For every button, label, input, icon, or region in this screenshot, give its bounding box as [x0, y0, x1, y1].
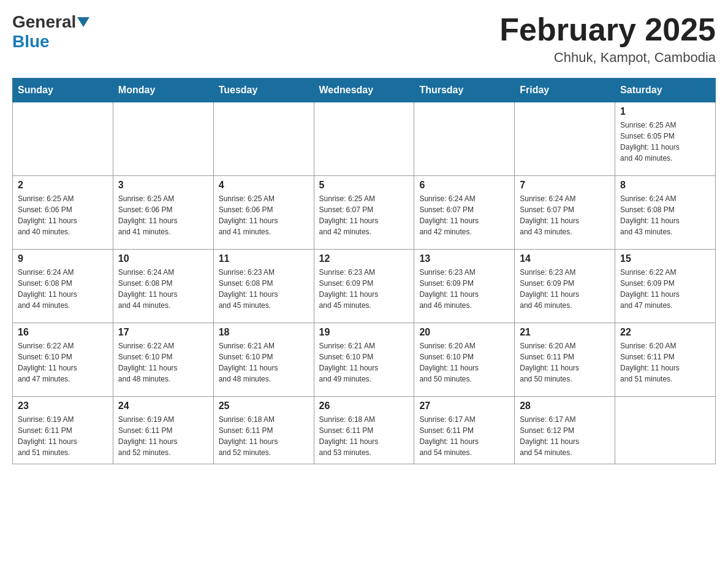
- day-info-12: Sunrise: 6:23 AM Sunset: 6:09 PM Dayligh…: [319, 267, 409, 311]
- table-row: 5Sunrise: 6:25 AM Sunset: 6:07 PM Daylig…: [314, 176, 414, 250]
- calendar-week-1: 1Sunrise: 6:25 AM Sunset: 6:05 PM Daylig…: [13, 102, 716, 176]
- logo-general: General: [12, 12, 76, 32]
- table-row: 25Sunrise: 6:18 AM Sunset: 6:11 PM Dayli…: [213, 397, 314, 464]
- day-info-8: Sunrise: 6:24 AM Sunset: 6:08 PM Dayligh…: [620, 193, 710, 237]
- day-info-23: Sunrise: 6:19 AM Sunset: 6:11 PM Dayligh…: [18, 414, 108, 458]
- day-number-12: 12: [319, 253, 409, 264]
- table-row: 22Sunrise: 6:20 AM Sunset: 6:11 PM Dayli…: [615, 323, 716, 397]
- table-row: 18Sunrise: 6:21 AM Sunset: 6:10 PM Dayli…: [213, 323, 314, 397]
- day-info-24: Sunrise: 6:19 AM Sunset: 6:11 PM Dayligh…: [118, 414, 208, 458]
- table-row: 21Sunrise: 6:20 AM Sunset: 6:11 PM Dayli…: [515, 323, 615, 397]
- day-info-9: Sunrise: 6:24 AM Sunset: 6:08 PM Dayligh…: [18, 267, 108, 311]
- day-info-10: Sunrise: 6:24 AM Sunset: 6:08 PM Dayligh…: [118, 267, 208, 311]
- day-number-13: 13: [419, 253, 509, 264]
- day-info-3: Sunrise: 6:25 AM Sunset: 6:06 PM Dayligh…: [118, 193, 208, 237]
- weekday-header-row: SundayMondayTuesdayWednesdayThursdayFrid…: [13, 79, 716, 102]
- table-row: [615, 397, 716, 464]
- day-info-19: Sunrise: 6:21 AM Sunset: 6:10 PM Dayligh…: [319, 340, 409, 385]
- table-row: 19Sunrise: 6:21 AM Sunset: 6:10 PM Dayli…: [314, 323, 414, 397]
- weekday-header-thursday: Thursday: [414, 79, 515, 102]
- day-info-22: Sunrise: 6:20 AM Sunset: 6:11 PM Dayligh…: [620, 340, 710, 385]
- table-row: [113, 102, 213, 176]
- day-info-5: Sunrise: 6:25 AM Sunset: 6:07 PM Dayligh…: [319, 193, 409, 237]
- table-row: 16Sunrise: 6:22 AM Sunset: 6:10 PM Dayli…: [13, 323, 113, 397]
- day-number-4: 4: [219, 180, 309, 191]
- table-row: 1Sunrise: 6:25 AM Sunset: 6:05 PM Daylig…: [615, 102, 716, 176]
- table-row: 6Sunrise: 6:24 AM Sunset: 6:07 PM Daylig…: [414, 176, 515, 250]
- calendar-week-3: 9Sunrise: 6:24 AM Sunset: 6:08 PM Daylig…: [13, 250, 716, 323]
- table-row: 23Sunrise: 6:19 AM Sunset: 6:11 PM Dayli…: [13, 397, 113, 464]
- table-row: 27Sunrise: 6:17 AM Sunset: 6:11 PM Dayli…: [414, 397, 515, 464]
- day-info-6: Sunrise: 6:24 AM Sunset: 6:07 PM Dayligh…: [419, 193, 509, 237]
- weekday-header-sunday: Sunday: [13, 79, 113, 102]
- day-info-13: Sunrise: 6:23 AM Sunset: 6:09 PM Dayligh…: [419, 267, 509, 311]
- day-info-20: Sunrise: 6:20 AM Sunset: 6:10 PM Dayligh…: [419, 340, 509, 385]
- day-number-20: 20: [419, 327, 509, 338]
- day-number-11: 11: [219, 253, 309, 264]
- day-number-5: 5: [319, 180, 409, 191]
- table-row: 17Sunrise: 6:22 AM Sunset: 6:10 PM Dayli…: [113, 323, 213, 397]
- table-row: [213, 102, 314, 176]
- table-row: 20Sunrise: 6:20 AM Sunset: 6:10 PM Dayli…: [414, 323, 515, 397]
- page-header: General Blue February 2025 Chhuk, Kampot…: [12, 12, 716, 66]
- day-number-14: 14: [520, 253, 610, 264]
- day-number-23: 23: [18, 400, 108, 412]
- table-row: 2Sunrise: 6:25 AM Sunset: 6:06 PM Daylig…: [13, 176, 113, 250]
- day-number-18: 18: [219, 327, 309, 338]
- day-info-17: Sunrise: 6:22 AM Sunset: 6:10 PM Dayligh…: [118, 340, 208, 385]
- day-number-2: 2: [18, 180, 108, 191]
- weekday-header-wednesday: Wednesday: [314, 79, 414, 102]
- day-info-2: Sunrise: 6:25 AM Sunset: 6:06 PM Dayligh…: [18, 193, 108, 237]
- calendar-week-2: 2Sunrise: 6:25 AM Sunset: 6:06 PM Daylig…: [13, 176, 716, 250]
- table-row: 9Sunrise: 6:24 AM Sunset: 6:08 PM Daylig…: [13, 250, 113, 323]
- day-number-21: 21: [520, 327, 610, 338]
- day-info-21: Sunrise: 6:20 AM Sunset: 6:11 PM Dayligh…: [520, 340, 610, 385]
- day-info-16: Sunrise: 6:22 AM Sunset: 6:10 PM Dayligh…: [18, 340, 108, 385]
- table-row: 11Sunrise: 6:23 AM Sunset: 6:08 PM Dayli…: [213, 250, 314, 323]
- table-row: 7Sunrise: 6:24 AM Sunset: 6:07 PM Daylig…: [515, 176, 615, 250]
- day-number-7: 7: [520, 180, 610, 191]
- weekday-header-monday: Monday: [113, 79, 213, 102]
- day-number-16: 16: [18, 327, 108, 338]
- table-row: 4Sunrise: 6:25 AM Sunset: 6:06 PM Daylig…: [213, 176, 314, 250]
- day-number-10: 10: [118, 253, 208, 264]
- day-info-1: Sunrise: 6:25 AM Sunset: 6:05 PM Dayligh…: [620, 120, 710, 164]
- calendar-body: 1Sunrise: 6:25 AM Sunset: 6:05 PM Daylig…: [13, 102, 716, 464]
- day-number-19: 19: [319, 327, 409, 338]
- day-number-26: 26: [319, 400, 409, 412]
- table-row: [13, 102, 113, 176]
- day-info-28: Sunrise: 6:17 AM Sunset: 6:12 PM Dayligh…: [520, 414, 610, 458]
- calendar-week-4: 16Sunrise: 6:22 AM Sunset: 6:10 PM Dayli…: [13, 323, 716, 397]
- day-number-24: 24: [118, 400, 208, 412]
- table-row: 8Sunrise: 6:24 AM Sunset: 6:08 PM Daylig…: [615, 176, 716, 250]
- calendar-header: SundayMondayTuesdayWednesdayThursdayFrid…: [13, 79, 716, 102]
- table-row: 24Sunrise: 6:19 AM Sunset: 6:11 PM Dayli…: [113, 397, 213, 464]
- day-number-6: 6: [419, 180, 509, 191]
- day-number-27: 27: [419, 400, 509, 412]
- day-number-3: 3: [118, 180, 208, 191]
- logo: General Blue: [12, 12, 91, 52]
- table-row: 3Sunrise: 6:25 AM Sunset: 6:06 PM Daylig…: [113, 176, 213, 250]
- table-row: [515, 102, 615, 176]
- day-info-7: Sunrise: 6:24 AM Sunset: 6:07 PM Dayligh…: [520, 193, 610, 237]
- day-number-8: 8: [620, 180, 710, 191]
- location: Chhuk, Kampot, Cambodia: [499, 50, 716, 66]
- day-info-14: Sunrise: 6:23 AM Sunset: 6:09 PM Dayligh…: [520, 267, 610, 311]
- table-row: 15Sunrise: 6:22 AM Sunset: 6:09 PM Dayli…: [615, 250, 716, 323]
- day-info-27: Sunrise: 6:17 AM Sunset: 6:11 PM Dayligh…: [419, 414, 509, 458]
- day-number-9: 9: [18, 253, 108, 264]
- weekday-header-saturday: Saturday: [615, 79, 716, 102]
- day-info-26: Sunrise: 6:18 AM Sunset: 6:11 PM Dayligh…: [319, 414, 409, 458]
- day-number-1: 1: [620, 106, 710, 117]
- day-info-18: Sunrise: 6:21 AM Sunset: 6:10 PM Dayligh…: [219, 340, 309, 385]
- day-info-11: Sunrise: 6:23 AM Sunset: 6:08 PM Dayligh…: [219, 267, 309, 311]
- day-number-15: 15: [620, 253, 710, 264]
- day-info-4: Sunrise: 6:25 AM Sunset: 6:06 PM Dayligh…: [219, 193, 309, 237]
- table-row: [414, 102, 515, 176]
- title-area: February 2025 Chhuk, Kampot, Cambodia: [499, 12, 716, 66]
- table-row: 12Sunrise: 6:23 AM Sunset: 6:09 PM Dayli…: [314, 250, 414, 323]
- day-info-25: Sunrise: 6:18 AM Sunset: 6:11 PM Dayligh…: [219, 414, 309, 458]
- day-number-28: 28: [520, 400, 610, 412]
- day-number-17: 17: [118, 327, 208, 338]
- day-info-15: Sunrise: 6:22 AM Sunset: 6:09 PM Dayligh…: [620, 267, 710, 311]
